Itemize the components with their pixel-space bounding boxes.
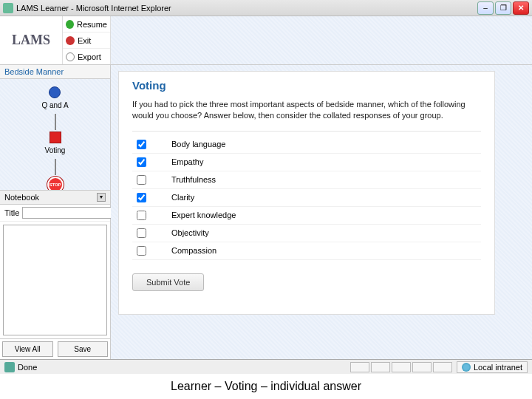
export-label: Export: [78, 52, 101, 61]
status-bar: Done Local intranet: [0, 359, 532, 374]
toolbar-row: LAMS Resume Exit Export: [0, 16, 532, 65]
notebook-header-label: Notebook: [4, 193, 39, 202]
lams-logo: LAMS: [0, 16, 62, 64]
toolbar-spacer: [111, 16, 532, 64]
notebook-title-input[interactable]: [22, 207, 120, 219]
notebook-title-row: Title: [0, 205, 110, 222]
restore-button[interactable]: ❐: [495, 1, 511, 15]
notebook-textarea[interactable]: [3, 225, 107, 335]
main-area: Bedside Manner Q and A Voting STOP Gate: [0, 65, 532, 359]
flow-connector: [55, 114, 56, 130]
voting-option-label: Expert knowledge: [171, 211, 236, 219]
voting-panel: Voting If you had to pick the three most…: [118, 71, 495, 315]
voting-option-label: Compassion: [171, 246, 216, 255]
notebook-title-label: Title: [4, 208, 19, 217]
stop-icon: STOP: [47, 177, 64, 191]
voting-option-row: Objectivity: [132, 225, 481, 242]
close-button[interactable]: ✕: [513, 1, 529, 15]
node-label: Q and A: [41, 101, 68, 109]
save-button[interactable]: Save: [58, 341, 109, 357]
voting-option-row: Truthfulness: [132, 171, 481, 189]
zone-label: Local intranet: [474, 363, 522, 372]
flow-node-voting[interactable]: Voting: [45, 132, 66, 154]
window-title: LAMS Learner - Microsoft Internet Explor…: [16, 4, 477, 13]
page-icon: [4, 362, 15, 372]
status-cell: [433, 362, 452, 372]
voting-option-row: Empathy: [132, 154, 481, 171]
zone-icon: [462, 363, 471, 372]
voting-option-row: Clarity: [132, 189, 481, 207]
status-cell: [350, 362, 369, 372]
notebook-buttons: View All Save: [0, 338, 110, 359]
notebook-collapse-button[interactable]: ▾: [97, 193, 106, 202]
submit-vote-button[interactable]: Submit Vote: [132, 273, 204, 291]
voting-option-label: Empathy: [171, 157, 203, 166]
security-zone: Local intranet: [457, 361, 528, 373]
export-button[interactable]: Export: [63, 49, 110, 64]
status-text: Done: [18, 363, 37, 372]
notebook-header: Notebook ▾: [0, 191, 110, 205]
voting-option-checkbox[interactable]: [137, 211, 146, 220]
content-area: Voting If you had to pick the three most…: [111, 65, 532, 359]
window-buttons: – ❐ ✕: [477, 1, 529, 15]
flow-node-qanda[interactable]: Q and A: [41, 86, 68, 109]
voting-option-label: Objectivity: [171, 228, 209, 237]
voting-option-checkbox[interactable]: [137, 175, 146, 185]
voting-options: Body languageEmpathyTruthfulnessClarityE…: [132, 131, 481, 260]
voting-option-label: Clarity: [171, 193, 194, 202]
status-cell: [412, 362, 432, 372]
lesson-title: Bedside Manner: [0, 65, 110, 79]
voting-option-row: Expert knowledge: [132, 207, 481, 225]
voting-option-checkbox[interactable]: [137, 193, 146, 202]
export-icon: [66, 52, 75, 61]
status-cells: [350, 362, 452, 372]
voting-option-checkbox[interactable]: [137, 228, 146, 238]
node-label: Voting: [45, 146, 66, 154]
window-titlebar: LAMS Learner - Microsoft Internet Explor…: [0, 0, 532, 16]
view-all-button[interactable]: View All: [2, 341, 53, 357]
resume-button[interactable]: Resume: [63, 16, 110, 33]
sidebar: Bedside Manner Q and A Voting STOP Gate: [0, 65, 111, 359]
resume-icon: [66, 20, 74, 29]
square-icon: [50, 132, 61, 143]
voting-option-row: Compassion: [132, 242, 481, 260]
status-cell: [371, 362, 390, 372]
resume-label: Resume: [77, 20, 107, 29]
toolbar-buttons: Resume Exit Export: [62, 16, 111, 64]
flow-node-gate[interactable]: STOP Gate: [47, 177, 64, 191]
exit-button[interactable]: Exit: [63, 33, 110, 49]
voting-option-checkbox[interactable]: [137, 157, 146, 167]
activity-flow[interactable]: Q and A Voting STOP Gate: [0, 79, 110, 191]
minimize-button[interactable]: –: [477, 1, 494, 15]
voting-prompt: If you had to pick the three most import…: [132, 99, 481, 122]
exit-label: Exit: [78, 36, 91, 45]
voting-option-checkbox[interactable]: [137, 140, 146, 149]
status-cell: [392, 362, 411, 372]
voting-option-label: Body language: [171, 140, 225, 149]
notebook-body: [0, 222, 110, 338]
flow-connector: [55, 159, 56, 175]
voting-option-checkbox[interactable]: [137, 246, 146, 256]
slide-caption: Learner – Voting – individual answer: [0, 374, 532, 399]
voting-option-row: Body language: [132, 136, 481, 154]
status-left: Done: [4, 362, 350, 372]
ie-icon: [3, 3, 13, 13]
stop-text: STOP: [49, 183, 61, 187]
voting-heading: Voting: [132, 79, 481, 92]
circle-icon: [49, 86, 61, 98]
voting-option-label: Truthfulness: [171, 175, 216, 184]
exit-icon: [66, 36, 75, 45]
flow-inner: Q and A Voting STOP Gate: [0, 79, 110, 191]
